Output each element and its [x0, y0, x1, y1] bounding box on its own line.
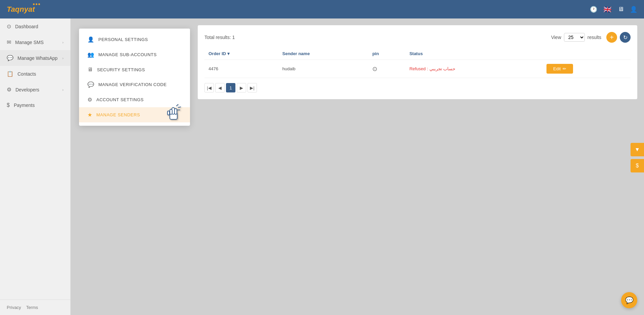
terms-link[interactable]: Terms — [26, 305, 38, 310]
next-page-button[interactable]: ▶ — [237, 83, 246, 92]
dropdown-verification-code[interactable]: 💬 MANAGE VERIFICATION CODE — [79, 77, 190, 92]
contacts-icon: 📋 — [7, 71, 13, 77]
header: Taqnyat 🕐 🇬🇧 🖥 👤 — [0, 0, 644, 18]
sidebar-item-label: Developers — [15, 87, 39, 92]
dropdown-security-settings[interactable]: 🖥 SECURITY SETTINGS — [79, 62, 190, 77]
whatsapp-icon: 💬 — [7, 55, 13, 61]
panel-header: Total results: 1 View 25 50 100 results … — [204, 32, 631, 43]
sidebar-item-sms[interactable]: ✉ Manage SMS › — [0, 34, 70, 50]
developers-icon: ⚙ — [7, 86, 11, 93]
col-order-id[interactable]: Order ID ▾ — [204, 48, 278, 60]
sidebar-item-label: Manage WhatsApp — [17, 55, 58, 61]
clock-icon[interactable]: 🕐 — [590, 6, 597, 13]
dropdown-item-label: MANAGE SENDERS — [97, 112, 140, 117]
col-sender-name: Sender name — [278, 48, 369, 60]
total-results-label: Total results: — [204, 35, 231, 40]
table-row: 4476 hudaib ⊙ Refused : حساب تجريبي Edit… — [204, 60, 631, 78]
payments-icon: $ — [7, 102, 10, 108]
user-icon[interactable]: 👤 — [630, 6, 637, 13]
arrow-icon: › — [62, 40, 64, 44]
view-label: View — [551, 35, 561, 40]
status-badge: Refused : حساب تجريبي — [409, 66, 455, 71]
logo-text: Taqnyat — [7, 5, 35, 14]
logo-dots — [33, 3, 40, 5]
sidebar-item-contacts[interactable]: 📋 Contacts — [0, 66, 70, 82]
pin-icon: ⊙ — [372, 66, 377, 72]
page-1-button[interactable]: 1 — [226, 83, 235, 92]
cell-status: Refused : حساب تجريبي — [405, 60, 542, 78]
personal-settings-icon: 👤 — [87, 36, 94, 43]
dashboard-icon: ⊙ — [7, 23, 11, 30]
screen-icon[interactable]: 🖥 — [618, 6, 624, 13]
logo: Taqnyat — [7, 5, 35, 14]
account-settings-icon: ⚙ — [87, 96, 92, 103]
sidebar-item-label: Contacts — [17, 71, 36, 77]
sidebar-item-label: Payments — [14, 103, 35, 108]
dropdown-item-label: PERSONAL SETTINGS — [99, 37, 148, 42]
arrow-icon: › — [62, 88, 64, 92]
sub-accounts-icon: 👥 — [87, 51, 94, 58]
sidebar: ⊙ Dashboard ✉ Manage SMS › 💬 Manage What… — [0, 18, 71, 315]
cell-pin: ⊙ — [368, 60, 405, 78]
results-label: results — [588, 35, 601, 40]
dropdown-item-label: SECURITY SETTINGS — [97, 67, 145, 72]
table-body: 4476 hudaib ⊙ Refused : حساب تجريبي Edit… — [204, 60, 631, 78]
verification-icon: 💬 — [87, 81, 94, 88]
dropdown-menu: 👤 PERSONAL SETTINGS 👥 MANAGE SUB-ACCOUNT… — [79, 29, 190, 126]
dropdown-item-label: ACCOUNT SETTINGS — [97, 97, 144, 102]
refresh-button[interactable]: ↻ — [620, 32, 631, 43]
view-select[interactable]: 25 50 100 — [564, 33, 585, 42]
privacy-link[interactable]: Privacy — [7, 305, 21, 310]
chat-button[interactable]: 💬 — [621, 292, 637, 308]
filter-icon: ▼ — [635, 147, 640, 153]
sidebar-footer: Privacy Terms — [0, 300, 70, 315]
data-table: Order ID ▾ Sender name pin Status — [204, 48, 631, 78]
logo-dot-3 — [38, 3, 40, 5]
col-pin: pin — [368, 48, 405, 60]
col-actions — [542, 48, 631, 60]
dollar-icon: $ — [636, 163, 639, 169]
pagination: |◀ ◀ 1 ▶ ▶| — [204, 83, 631, 92]
add-button[interactable]: + — [606, 32, 617, 43]
logo-dot-1 — [33, 3, 35, 5]
col-status: Status — [405, 48, 542, 60]
dropdown-personal-settings[interactable]: 👤 PERSONAL SETTINGS — [79, 32, 190, 47]
prev-page-button[interactable]: ◀ — [215, 83, 225, 92]
total-results: Total results: 1 — [204, 35, 235, 40]
sidebar-item-developers[interactable]: ⚙ Developers › — [0, 82, 70, 97]
dropdown-manage-sub-accounts[interactable]: 👥 MANAGE SUB-ACCOUNTS — [79, 47, 190, 62]
content-panel: Total results: 1 View 25 50 100 results … — [198, 25, 637, 99]
panel-actions: + ↻ — [606, 32, 631, 43]
filter-button[interactable]: ▼ — [631, 143, 644, 156]
arrow-icon: › — [62, 56, 64, 60]
cell-edit: Edit ✏ — [542, 60, 631, 78]
dropdown-account-settings[interactable]: ⚙ ACCOUNT SETTINGS — [79, 92, 190, 107]
sidebar-item-whatsapp[interactable]: 💬 Manage WhatsApp › — [0, 50, 70, 66]
logo-dot-2 — [36, 3, 37, 5]
last-page-button[interactable]: ▶| — [248, 83, 257, 92]
sidebar-item-label: Manage SMS — [15, 40, 44, 45]
total-results-count: 1 — [232, 35, 235, 40]
right-actions: ▼ $ — [631, 143, 644, 172]
first-page-button[interactable]: |◀ — [204, 83, 214, 92]
flag-uk-icon[interactable]: 🇬🇧 — [603, 5, 612, 13]
sidebar-item-dashboard[interactable]: ⊙ Dashboard — [0, 18, 70, 34]
sidebar-item-label: Dashboard — [15, 24, 38, 29]
table-header: Order ID ▾ Sender name pin Status — [204, 48, 631, 60]
view-control: View 25 50 100 results — [551, 33, 601, 42]
dollar-button[interactable]: $ — [631, 159, 644, 172]
dropdown-item-label: MANAGE VERIFICATION CODE — [99, 82, 167, 87]
manage-senders-icon: ★ — [87, 112, 92, 118]
dropdown-item-label: MANAGE SUB-ACCOUNTS — [99, 52, 157, 57]
sidebar-item-payments[interactable]: $ Payments — [0, 97, 70, 113]
edit-button[interactable]: Edit ✏ — [546, 64, 573, 74]
cell-order-id: 4476 — [204, 60, 278, 78]
cell-sender-name: hudaib — [278, 60, 369, 78]
main-content: Total results: 1 View 25 50 100 results … — [191, 18, 644, 315]
dropdown-manage-senders[interactable]: ★ MANAGE SENDERS — [79, 107, 190, 122]
edit-icon: ✏ — [563, 66, 566, 71]
security-icon: 🖥 — [87, 67, 93, 73]
chat-icon: 💬 — [625, 296, 634, 304]
header-icons: 🕐 🇬🇧 🖥 👤 — [590, 5, 637, 13]
sms-icon: ✉ — [7, 39, 11, 45]
